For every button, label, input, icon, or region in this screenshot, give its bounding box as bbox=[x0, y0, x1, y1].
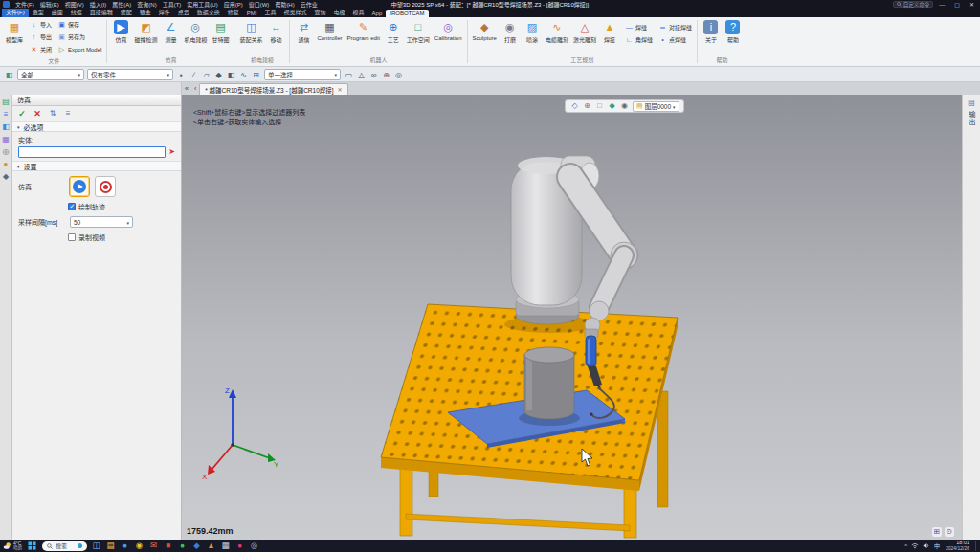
document-tab[interactable]: * 越疆CR10型号焊接场景.Z3 - [越疆CR10焊接] ✕ bbox=[199, 83, 347, 95]
volume-icon[interactable] bbox=[923, 542, 930, 549]
confirm-button[interactable]: ✓ bbox=[16, 108, 28, 120]
file-explorer-icon[interactable]: ▤ bbox=[105, 541, 116, 551]
export-button[interactable]: ↑导出 bbox=[28, 31, 54, 43]
task-view-icon[interactable]: ◫ bbox=[91, 541, 101, 551]
menu-item[interactable]: 插入(I) bbox=[87, 0, 110, 9]
mechatronics-button[interactable]: ◎机电建模 bbox=[182, 18, 209, 45]
manager-tree-icon[interactable]: ▤ bbox=[1, 98, 11, 107]
polish-button[interactable]: ◉打磨 bbox=[500, 18, 521, 45]
process-button[interactable]: ⊕工艺 bbox=[383, 18, 404, 45]
menu-item[interactable]: 工具(T) bbox=[160, 0, 185, 9]
calibration-button[interactable]: ◎Calibration bbox=[433, 18, 464, 42]
edge-browser-icon[interactable]: ● bbox=[120, 541, 130, 551]
record-simulation-button[interactable] bbox=[95, 176, 116, 197]
sample-interval-combo[interactable]: 50 bbox=[70, 216, 133, 228]
menu-item[interactable]: 视图(V) bbox=[62, 0, 87, 9]
pick-datum-icon[interactable]: ⊞ bbox=[251, 69, 261, 79]
views-icon[interactable]: ◎ bbox=[1, 147, 11, 157]
options-button[interactable]: ≡ bbox=[62, 108, 74, 120]
move-button[interactable]: ↔移动 bbox=[265, 18, 286, 45]
export-model-button[interactable]: ▷Export Model bbox=[56, 43, 103, 55]
draw-track-checkbox[interactable] bbox=[68, 203, 76, 210]
view-plane-icon[interactable]: □ bbox=[594, 100, 605, 112]
notepad-icon[interactable]: ▦ bbox=[220, 541, 231, 551]
close-doc-button[interactable]: ✕关闭 bbox=[28, 43, 54, 55]
taskbar-search[interactable]: 搜索 bbox=[42, 541, 87, 551]
ribbon-tab[interactable]: IROBOTCAM bbox=[386, 10, 428, 17]
menu-item[interactable]: 帮助(H) bbox=[272, 0, 297, 9]
start-button[interactable] bbox=[26, 540, 38, 552]
menu-item[interactable]: 属性(A) bbox=[109, 0, 134, 9]
taskbar-clock[interactable]: 18:01 2024/12/26 bbox=[946, 541, 969, 551]
program-edit-button[interactable]: ✎Program edit bbox=[345, 18, 381, 42]
output-panel-strip[interactable]: ▤ 输出 bbox=[962, 95, 980, 540]
butt-weld-button[interactable]: ═对接焊缝 bbox=[657, 21, 694, 33]
spray-button[interactable]: ▨喷涂 bbox=[522, 18, 543, 45]
model-library-button[interactable]: ▦模型库 bbox=[4, 18, 25, 45]
history-icon[interactable]: ≡ bbox=[1, 110, 11, 120]
communication-button[interactable]: ⇄通信 bbox=[293, 18, 314, 45]
cable-carving-button[interactable]: ∿电缆雕刻 bbox=[544, 18, 570, 45]
scope-combo[interactable]: 全部 bbox=[17, 69, 84, 80]
spot-weld-button[interactable]: •点焊缝 bbox=[657, 33, 694, 46]
viewport-3d[interactable]: Z X Y ◇⊕□◆◉ ▤ 图层0000 bbox=[182, 95, 962, 540]
controller-button[interactable]: ▦Controller bbox=[315, 18, 344, 42]
media-icon[interactable]: ● bbox=[234, 541, 245, 551]
axis-triad-icon[interactable]: ⊕ bbox=[582, 100, 592, 112]
assembly-node-icon[interactable]: ◧ bbox=[1, 122, 11, 132]
select-chain-icon[interactable]: ∞ bbox=[368, 69, 379, 79]
zw3d-app-icon[interactable]: ◆ bbox=[191, 541, 202, 551]
settings-app-icon[interactable]: ◎ bbox=[249, 541, 259, 551]
tab-close-icon[interactable]: ✕ bbox=[338, 86, 343, 93]
weld-seam-button[interactable]: —焊缝 bbox=[623, 21, 655, 33]
menu-item[interactable]: 查询(N) bbox=[134, 0, 159, 9]
workpiece-cylinder[interactable] bbox=[519, 347, 580, 426]
measure-button[interactable]: ∠测量 bbox=[160, 18, 181, 45]
weather-widget[interactable]: 4°C 晴朗 bbox=[3, 541, 22, 551]
collision-check-button[interactable]: ◩碰撞检测 bbox=[132, 18, 159, 45]
wechat-icon[interactable]: ● bbox=[177, 541, 188, 551]
layers-icon[interactable]: ▦ bbox=[1, 135, 11, 144]
office-icon[interactable]: ■ bbox=[163, 541, 173, 551]
menu-item[interactable]: 窗口(W) bbox=[246, 0, 273, 9]
mail-icon[interactable]: ✉ bbox=[148, 541, 159, 551]
tab-nav-prev-button[interactable]: ‹ bbox=[191, 83, 199, 95]
sculpture-button[interactable]: ◆Sculpture bbox=[471, 18, 499, 42]
layer-combo[interactable]: ▤ 图层0000 bbox=[633, 101, 679, 112]
select-all-icon[interactable]: ⊕ bbox=[381, 69, 391, 79]
minimize-button[interactable]: — bbox=[935, 2, 948, 8]
pick-edge-icon[interactable]: ∕ bbox=[189, 69, 199, 79]
import-button[interactable]: ↓导入 bbox=[28, 18, 54, 31]
tab-nav-first-button[interactable]: « bbox=[182, 83, 191, 95]
select-window-icon[interactable]: ▭ bbox=[344, 69, 354, 79]
laser-carving-button[interactable]: △激光雕刻 bbox=[571, 18, 598, 45]
attributes-icon[interactable]: ● bbox=[1, 160, 11, 169]
section-required[interactable]: 必选项 bbox=[12, 121, 181, 132]
entity-input[interactable] bbox=[18, 146, 166, 158]
cancel-button[interactable]: ✕ bbox=[32, 108, 43, 120]
pick-sketch-icon[interactable]: ∿ bbox=[238, 69, 249, 79]
chrome-browser-icon[interactable]: ◉ bbox=[134, 541, 145, 551]
menu-item[interactable]: 实用工具(U) bbox=[184, 0, 220, 9]
pick-face-icon[interactable]: ▱ bbox=[201, 69, 212, 79]
zoom-window-icon[interactable]: ⊙ bbox=[945, 527, 954, 537]
menu-item[interactable]: 文件(F) bbox=[12, 0, 37, 9]
cad-app-icon[interactable]: ▲ bbox=[206, 541, 216, 551]
about-button[interactable]: i关于 bbox=[701, 18, 722, 45]
entity-pick-icon[interactable]: ➤ bbox=[168, 147, 175, 157]
record-video-checkbox[interactable] bbox=[68, 233, 76, 241]
menu-item[interactable]: 云作业 bbox=[298, 0, 321, 9]
selection-filter-icon[interactable]: ◧ bbox=[4, 69, 14, 79]
input-language-indicator[interactable]: 中 bbox=[934, 541, 940, 550]
gantt-chart-button[interactable]: ▤甘特图 bbox=[210, 18, 231, 45]
workspace-button[interactable]: □工作空间 bbox=[405, 18, 432, 45]
pick-body-icon[interactable]: ◆ bbox=[213, 69, 224, 79]
visibility-eye-icon[interactable]: ◉ bbox=[619, 100, 630, 112]
fit-window-icon[interactable]: ⊞ bbox=[932, 527, 942, 537]
view-cube-icon[interactable]: ◇ bbox=[569, 100, 580, 112]
help-button[interactable]: ?帮助 bbox=[723, 18, 744, 45]
command-search-box[interactable]: 自定义命令 bbox=[893, 1, 934, 8]
tray-expand-icon[interactable]: ^ bbox=[904, 543, 907, 549]
selection-settings-icon[interactable]: ◎ bbox=[393, 69, 404, 79]
menu-item[interactable]: 编辑(E) bbox=[37, 0, 62, 9]
